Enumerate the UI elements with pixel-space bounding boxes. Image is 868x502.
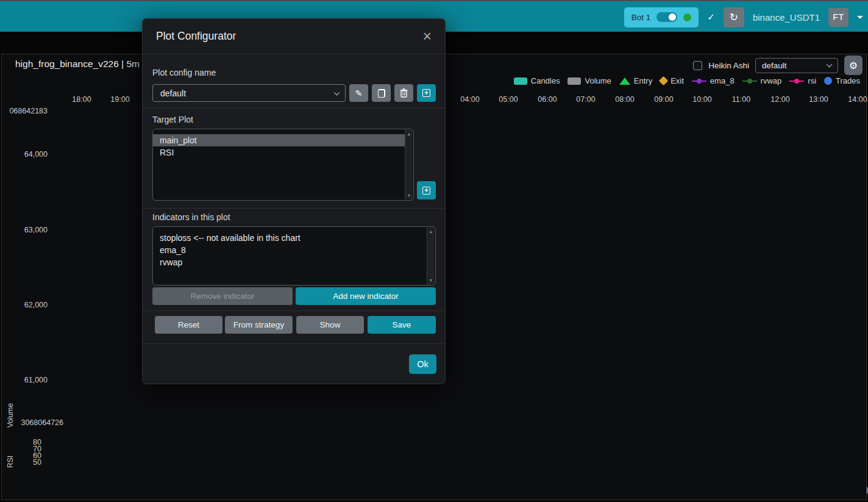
legend-label: Trades — [836, 76, 860, 85]
close-icon[interactable]: × — [422, 29, 432, 44]
entry-marker-icon — [619, 77, 630, 85]
legend-label: rsi — [808, 76, 816, 85]
legend-label: Candles — [531, 76, 560, 85]
pencil-icon: ✎ — [355, 88, 363, 98]
x-axis-tick-label: 13:00 — [809, 95, 828, 104]
chart-controls: Heikin Ashi default ⚙ — [693, 56, 863, 75]
navbar-right-cluster: Bot 1 ✓ ↻ binance_USDT1 FT — [624, 1, 863, 33]
x-axis-tick-label: 14:00 — [848, 95, 867, 104]
legend-label: Exit — [671, 76, 684, 85]
legend-item-rvwap[interactable]: rvwap — [742, 76, 782, 85]
gear-icon: ⚙ — [849, 60, 858, 71]
add-plot-button[interactable]: + — [417, 181, 436, 199]
copy-icon — [378, 89, 385, 98]
x-axis-tick-label: 04:00 — [460, 95, 479, 104]
volume-axis-title: Volume — [6, 391, 15, 428]
legend-item-exit[interactable]: Exit — [660, 76, 684, 85]
section-divider — [143, 310, 445, 311]
ft-menu-button[interactable]: FT — [828, 8, 848, 27]
x-axis-tick-label: 06:00 — [538, 95, 557, 104]
plot-configurator-modal: Plot Configurator × Plot config name def… — [142, 18, 446, 384]
x-axis-tick-label: 11:00 — [732, 95, 750, 104]
legend-label: rvwap — [761, 76, 782, 85]
volume-marker-icon — [567, 77, 581, 85]
scroll-up-icon[interactable]: ▲ — [407, 130, 411, 138]
add-new-indicator-button[interactable]: Add new indicator — [296, 287, 436, 305]
modal-header: Plot Configurator × — [143, 19, 445, 54]
remove-indicator-button[interactable]: Remove indicator — [152, 287, 293, 305]
modal-title: Plot Configurator — [156, 30, 236, 43]
y-axis-tick-label: 63,000 — [0, 226, 48, 234]
bot-online-dot — [683, 13, 691, 21]
plot-config-select[interactable]: default — [755, 58, 838, 73]
plus-square-icon: + — [422, 187, 430, 195]
bot-name-label: Bot 1 — [631, 13, 651, 22]
check-icon: ✓ — [707, 12, 715, 23]
trades-marker-icon — [824, 77, 832, 85]
list-option[interactable]: stoploss <-- not available in this chart — [153, 232, 427, 244]
bot-selector[interactable]: Bot 1 — [624, 7, 699, 27]
legend-item-volume[interactable]: Volume — [567, 76, 611, 85]
from-strategy-button[interactable]: From strategy — [225, 316, 293, 334]
listbox-scrollbar[interactable]: ▲ ▼ — [427, 228, 435, 284]
y-axis-tick-label: 61,000 — [0, 376, 48, 384]
app-window: high_frog_binance_v226 | 5m Heikin Ashi … — [0, 0, 868, 502]
list-option[interactable]: RSI — [153, 146, 405, 159]
heikin-ashi-checkbox[interactable] — [693, 61, 702, 70]
rsi-marker-icon — [789, 81, 804, 82]
plot-configurator-gear-button[interactable]: ⚙ — [844, 56, 863, 75]
x-axis-tick-label: 10:00 — [692, 95, 711, 104]
legend-item-trades[interactable]: Trades — [824, 76, 860, 85]
list-option[interactable]: rvwap — [153, 256, 427, 268]
list-option[interactable]: ema_8 — [153, 244, 427, 256]
show-button[interactable]: Show — [296, 316, 364, 334]
exit-marker-icon — [659, 76, 669, 86]
toggle-knob — [669, 13, 676, 21]
legend-label: ema_8 — [710, 76, 735, 85]
refresh-icon: ↻ — [730, 11, 738, 24]
scroll-down-icon[interactable]: ▼ — [429, 276, 433, 284]
plot-config-name-label: Plot config name — [152, 68, 216, 77]
heikin-ashi-label: Heikin Ashi — [708, 61, 749, 70]
chart-legend: CandlesVolumeEntryExitema_8rvwaprsiTrade… — [514, 76, 860, 85]
list-option[interactable]: main_plot — [153, 134, 405, 146]
duplicate-config-button[interactable] — [372, 84, 391, 102]
refresh-button[interactable]: ↻ — [724, 7, 744, 27]
ema_8-marker-icon — [692, 81, 706, 82]
legend-item-rsi[interactable]: rsi — [789, 76, 816, 85]
listbox-scrollbar[interactable]: ▲ ▼ — [405, 130, 413, 199]
legend-label: Volume — [585, 76, 611, 85]
chevron-down-icon[interactable] — [857, 16, 863, 19]
chevron-down-icon — [334, 89, 340, 95]
add-config-button[interactable]: + — [417, 84, 436, 102]
exchange-label: binance_USDT1 — [753, 12, 820, 23]
x-axis-tick-label: 09:00 — [654, 95, 673, 104]
plot-config-select-value: default — [762, 61, 787, 70]
chart-title: high_frog_binance_v226 | 5m — [15, 59, 140, 70]
y-axis-tick-label: 068642183 — [0, 107, 48, 115]
legend-item-ema_8[interactable]: ema_8 — [692, 76, 735, 85]
rvwap-marker-icon — [742, 81, 757, 82]
delete-config-button[interactable] — [394, 84, 413, 102]
legend-label: Entry — [634, 76, 652, 85]
plus-square-icon: + — [422, 89, 430, 97]
scroll-down-icon[interactable]: ▼ — [407, 192, 411, 199]
candles-marker-icon — [514, 77, 527, 85]
reset-button[interactable]: Reset — [155, 316, 222, 334]
legend-item-entry[interactable]: Entry — [619, 76, 652, 85]
rename-config-button[interactable]: ✎ — [349, 84, 368, 102]
indicators-listbox[interactable]: ▲ ▼ stoploss <-- not available in this c… — [152, 226, 436, 285]
ok-button[interactable]: Ok — [409, 354, 436, 374]
save-button[interactable]: Save — [368, 316, 436, 334]
ft-logo: FT — [833, 12, 844, 22]
bot-toggle[interactable] — [656, 12, 677, 22]
config-name-select[interactable]: default — [152, 84, 346, 102]
legend-item-candles[interactable]: Candles — [514, 76, 560, 85]
x-axis-tick-label: 05:00 — [499, 95, 518, 104]
scroll-up-icon[interactable]: ▲ — [429, 228, 433, 235]
x-axis-tick-label: 18:00 — [72, 95, 91, 104]
section-divider — [143, 208, 445, 209]
trash-icon — [400, 88, 408, 98]
config-name-select-value: default — [160, 88, 186, 98]
target-plot-listbox[interactable]: ▲ ▼ main_plotRSI — [152, 129, 414, 201]
